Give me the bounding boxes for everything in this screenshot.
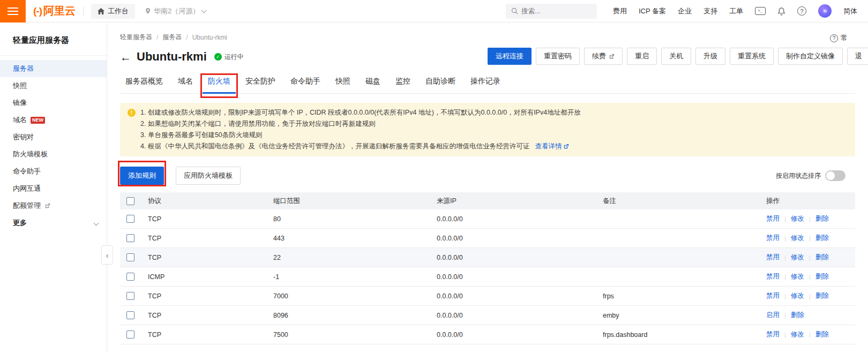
region-selector[interactable]: 华南2（河源） xyxy=(145,6,206,16)
cell-actions: 禁用|修改|删除 xyxy=(766,214,855,223)
sidebar-collapse-handle[interactable]: ‹ xyxy=(101,245,113,265)
row-checkbox[interactable] xyxy=(126,273,134,281)
language-switcher[interactable]: 简体 xyxy=(843,6,857,16)
divider xyxy=(83,6,84,16)
action-separator: | xyxy=(784,332,786,338)
row-checkbox[interactable] xyxy=(126,253,134,261)
cell-source: 0.0.0.0/0 xyxy=(437,292,603,300)
hamburger-menu-button[interactable] xyxy=(0,0,26,22)
cell-actions: 禁用|修改|删除 xyxy=(766,291,855,301)
row-checkbox[interactable] xyxy=(126,234,134,242)
action-button-remote-connect[interactable]: 远程连接 xyxy=(488,48,532,65)
action-button-upgrade[interactable]: 升级 xyxy=(695,48,725,65)
tab-domain[interactable]: 域名 xyxy=(173,77,198,93)
action-button-reset-system[interactable]: 重置系统 xyxy=(730,48,774,65)
sidebar-item-snapshot[interactable]: 快照 xyxy=(0,77,107,94)
row-action-delete[interactable]: 删除 xyxy=(815,234,829,243)
aliyun-logo[interactable]: (-) 阿里云 xyxy=(33,4,76,18)
row-action-delete[interactable]: 删除 xyxy=(815,214,829,223)
workbench-label: 工作台 xyxy=(108,6,129,16)
action-button-create-custom-image[interactable]: 制作自定义镜像 xyxy=(778,48,843,65)
server-header: ← Ubuntu-rkmi ✓ 运行中 远程连接重置密码续费重启关机升级重置系统… xyxy=(120,47,855,67)
sidebar-item-image[interactable]: 镜像 xyxy=(0,94,107,111)
back-arrow-icon[interactable]: ← xyxy=(120,51,131,63)
topbar-menu-item[interactable]: 企业 xyxy=(678,6,692,16)
cell-source: 0.0.0.0/0 xyxy=(437,273,603,281)
sidebar-item-server[interactable]: 服务器 xyxy=(0,60,107,77)
row-action-modify[interactable]: 修改 xyxy=(791,234,804,243)
row-action-disable[interactable]: 禁用 xyxy=(766,291,780,301)
row-action-enable[interactable]: 启用 xyxy=(766,311,780,320)
row-action-disable[interactable]: 禁用 xyxy=(766,253,780,262)
action-button-refund[interactable]: 退 xyxy=(847,48,868,65)
tab-diagnosis[interactable]: 自助诊断 xyxy=(420,77,461,93)
cell-source: 0.0.0.0/0 xyxy=(437,235,603,242)
workbench-button[interactable]: 工作台 xyxy=(91,4,135,19)
notification-bell-icon[interactable] xyxy=(777,7,785,16)
row-checkbox[interactable] xyxy=(126,331,134,339)
action-button-shutdown[interactable]: 关机 xyxy=(661,48,691,65)
action-button-restart[interactable]: 重启 xyxy=(627,48,657,65)
row-action-modify[interactable]: 修改 xyxy=(791,253,804,262)
help-corner-label: 常 xyxy=(841,33,848,43)
sidebar-item-domain[interactable]: 域名NEW xyxy=(0,111,107,129)
action-button-renew[interactable]: 续费 xyxy=(584,48,623,65)
column-header: 备注 xyxy=(603,197,766,206)
tab-command-assistant[interactable]: 命令助手 xyxy=(285,77,326,93)
apply-firewall-template-button[interactable]: 应用防火墙模板 xyxy=(176,167,241,185)
sidebar-item-firewall-template[interactable]: 防火墙模板 xyxy=(0,146,107,163)
table-row: TCP80960.0.0.0/0emby启用|删除 xyxy=(120,306,855,325)
topbar-menu-item[interactable]: 费用 xyxy=(613,6,627,16)
action-button-reset-password[interactable]: 重置密码 xyxy=(536,48,580,65)
notice-line: 3. 单台服务器最多可创建50条防火墙规则 xyxy=(140,130,581,141)
row-action-disable[interactable]: 禁用 xyxy=(766,272,780,281)
tab-disk[interactable]: 磁盘 xyxy=(360,77,386,93)
sidebar-item-more[interactable]: 更多 xyxy=(0,214,107,231)
user-avatar[interactable]: ✳ xyxy=(818,4,832,18)
help-corner[interactable]: ? 常 xyxy=(830,33,848,43)
breadcrumb-item[interactable]: 轻量服务器 xyxy=(120,33,152,42)
breadcrumb-item: Ubuntu-rkmi xyxy=(192,34,227,41)
search-box[interactable] xyxy=(506,4,597,19)
row-checkbox[interactable] xyxy=(126,292,134,300)
row-action-modify[interactable]: 修改 xyxy=(791,272,804,281)
row-action-delete[interactable]: 删除 xyxy=(791,311,804,320)
select-all-checkbox[interactable] xyxy=(126,197,134,205)
row-action-modify[interactable]: 修改 xyxy=(791,214,804,223)
add-rule-button[interactable]: 添加规则 xyxy=(120,167,164,185)
row-action-modify[interactable]: 修改 xyxy=(791,291,804,301)
topbar-menu-item[interactable]: ICP 备案 xyxy=(639,6,666,16)
search-input[interactable] xyxy=(521,7,592,15)
sidebar-item-quota[interactable]: 配额管理 xyxy=(0,197,107,214)
row-checkbox[interactable] xyxy=(126,215,134,223)
row-action-delete[interactable]: 删除 xyxy=(815,272,829,281)
tab-firewall[interactable]: 防火墙 xyxy=(203,77,236,93)
action-separator: | xyxy=(809,274,811,280)
tab-overview[interactable]: 服务器概览 xyxy=(120,77,168,93)
row-action-disable[interactable]: 禁用 xyxy=(766,330,780,339)
topbar-menu-item[interactable]: 支持 xyxy=(704,6,717,16)
tab-security[interactable]: 安全防护 xyxy=(240,77,281,93)
topbar-menu-item[interactable]: 工单 xyxy=(729,6,743,16)
tab-monitor[interactable]: 监控 xyxy=(390,77,416,93)
row-action-disable[interactable]: 禁用 xyxy=(766,214,780,223)
sidebar-item-command-assistant[interactable]: 命令助手 xyxy=(0,163,107,180)
breadcrumb-item[interactable]: 服务器 xyxy=(162,33,182,42)
sidebar-item-intranet[interactable]: 内网互通 xyxy=(0,180,107,197)
sort-by-status-toggle[interactable] xyxy=(825,170,845,181)
row-action-delete[interactable]: 删除 xyxy=(815,253,829,262)
help-icon[interactable]: ? xyxy=(797,6,806,16)
sidebar-item-keypair[interactable]: 密钥对 xyxy=(0,129,107,146)
row-action-modify[interactable]: 修改 xyxy=(791,330,804,339)
cell-protocol: TCP xyxy=(148,331,273,339)
console-terminal-icon[interactable]: >_ xyxy=(755,7,766,15)
row-action-delete[interactable]: 删除 xyxy=(815,291,829,301)
row-action-disable[interactable]: 禁用 xyxy=(766,234,780,243)
tab-operation-log[interactable]: 操作记录 xyxy=(465,77,506,93)
page-title: Ubuntu-rkmi xyxy=(137,50,207,64)
status-running-icon: ✓ xyxy=(214,53,222,61)
tab-snapshot[interactable]: 快照 xyxy=(330,77,356,93)
view-details-link[interactable]: 查看详情 xyxy=(535,141,569,152)
row-action-delete[interactable]: 删除 xyxy=(815,330,829,339)
row-checkbox[interactable] xyxy=(126,311,134,319)
